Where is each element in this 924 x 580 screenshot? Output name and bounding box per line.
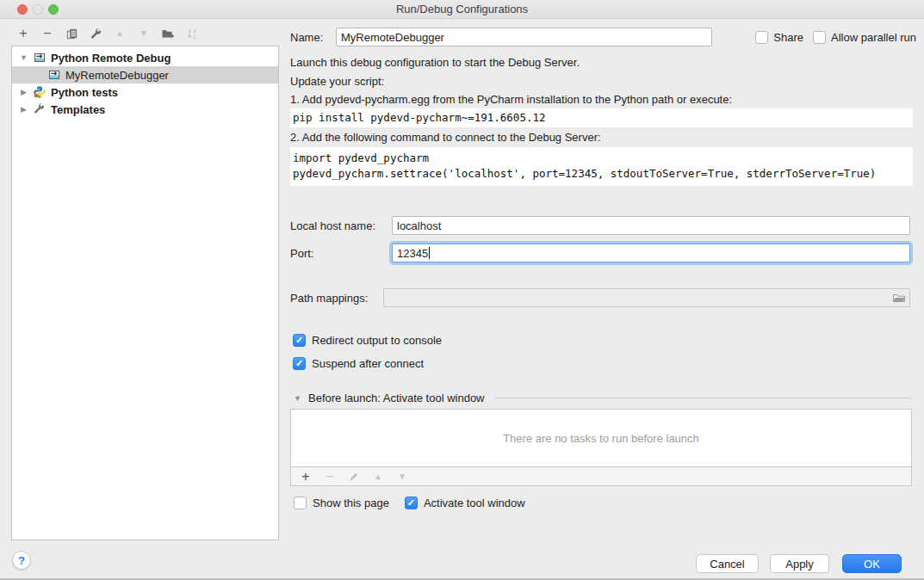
port-row: Port: 12345	[290, 244, 910, 262]
name-label: Name:	[290, 31, 336, 44]
path-mappings-row: Path mappings:	[290, 288, 910, 307]
name-input[interactable]	[336, 28, 712, 46]
pip-install-command: pip install pydevd-pycharm~=191.6605.12	[290, 108, 913, 127]
step-2-text: 2. Add the following command to connect …	[290, 131, 601, 145]
before-launch-title: Before launch: Activate tool window	[308, 392, 485, 404]
share-checkbox[interactable]	[755, 31, 768, 44]
add-task-icon[interactable]: +	[299, 470, 313, 484]
page-options-row: Show this page ✓ Activate tool window	[294, 497, 525, 509]
path-mappings-label: Path mappings:	[290, 292, 383, 305]
path-mappings-input[interactable]	[383, 288, 910, 307]
move-task-down-icon[interactable]: ▼	[395, 470, 409, 484]
allow-parallel-run-label: Allow parallel run	[831, 31, 916, 44]
edit-task-icon[interactable]	[347, 470, 361, 484]
share-label: Share	[773, 31, 803, 44]
tree-item-myremotedebugger[interactable]: MyRemoteDebugger	[12, 66, 278, 83]
suspend-after-connect-checkbox-row[interactable]: ✓ Suspend after connect	[293, 357, 424, 370]
zoom-window-button[interactable]	[48, 4, 59, 15]
add-configuration-icon[interactable]: +	[16, 27, 30, 40]
suspend-after-connect-label: Suspend after connect	[312, 357, 424, 370]
tree-item-python-tests[interactable]: ▶ Python tests	[12, 83, 278, 101]
code-line: pydevd_pycharm.settrace('localhost', por…	[293, 166, 913, 182]
collapse-icon[interactable]: ▶	[19, 88, 28, 96]
remove-configuration-icon[interactable]: −	[40, 27, 54, 40]
before-launch-section-header: ▼ Before launch: Activate tool window	[293, 392, 911, 404]
show-this-page-label: Show this page	[313, 497, 389, 509]
remote-debug-icon	[33, 51, 47, 65]
apply-button[interactable]: Apply	[770, 554, 829, 573]
settrace-code-block: import pydevd_pycharm pydevd_pycharm.set…	[290, 147, 913, 186]
section-divider	[495, 398, 911, 398]
new-folder-icon[interactable]	[161, 27, 175, 40]
local-host-label: Local host name:	[290, 219, 392, 232]
title-bar: Run/Debug Configurations	[0, 0, 924, 19]
browse-folder-icon[interactable]	[892, 291, 906, 305]
remote-debug-icon	[47, 68, 61, 82]
redirect-output-checkbox-row[interactable]: ✓ Redirect output to console	[293, 334, 442, 347]
configurations-toolbar: + − ▲ ▼ a z	[16, 26, 199, 41]
description-line-1: Launch this debug configuration to start…	[290, 56, 580, 70]
move-down-icon[interactable]: ▼	[137, 27, 151, 40]
configurations-tree: ▼ Python Remote Debug MyRemoteDebugger	[11, 46, 279, 540]
local-host-input[interactable]	[392, 216, 910, 235]
activate-tool-window-checkbox[interactable]: ✓	[405, 497, 418, 509]
wrench-icon	[33, 102, 47, 116]
code-line: import pydevd_pycharm	[293, 151, 913, 166]
copy-configuration-icon[interactable]	[65, 27, 78, 40]
text-cursor	[429, 247, 430, 259]
tree-item-label: MyRemoteDebugger	[65, 69, 169, 82]
svg-text:z: z	[193, 34, 195, 40]
tree-item-label: Templates	[51, 103, 105, 116]
local-host-row: Local host name:	[290, 216, 910, 235]
sort-configurations-icon[interactable]: a z	[185, 27, 199, 40]
step-1-text: 1. Add pydevd-pycharm.egg from the PyCha…	[290, 93, 732, 107]
no-tasks-text: There are no tasks to run before launch	[503, 432, 699, 445]
description-line-2: Update your script:	[290, 75, 384, 89]
ok-button[interactable]: OK	[842, 554, 902, 573]
before-launch-toolbar: + − ▲ ▼	[290, 466, 912, 486]
window-title: Run/Debug Configurations	[396, 3, 528, 15]
redirect-output-checkbox[interactable]: ✓	[293, 334, 306, 347]
activate-tool-window-label: Activate tool window	[424, 497, 525, 509]
tree-item-label: Python tests	[51, 86, 118, 99]
before-launch-task-list: There are no tasks to run before launch	[290, 409, 912, 467]
allow-parallel-run-checkbox[interactable]	[813, 31, 826, 44]
edit-templates-icon[interactable]	[89, 27, 102, 40]
close-window-button[interactable]	[17, 4, 28, 15]
help-button[interactable]: ?	[12, 551, 31, 570]
tree-item-label: Python Remote Debug	[51, 52, 171, 65]
move-up-icon[interactable]: ▲	[113, 27, 127, 40]
port-label: Port:	[290, 247, 392, 260]
window-controls	[17, 4, 59, 15]
expand-icon[interactable]: ▼	[19, 53, 28, 62]
cancel-button[interactable]: Cancel	[696, 554, 759, 573]
show-this-page-checkbox[interactable]	[294, 497, 307, 509]
run-debug-configurations-dialog: Run/Debug Configurations + − ▲ ▼	[0, 0, 924, 580]
python-tests-icon	[33, 85, 47, 99]
suspend-after-connect-checkbox[interactable]: ✓	[293, 357, 306, 370]
tree-item-python-remote-debug[interactable]: ▼ Python Remote Debug	[12, 49, 278, 66]
move-task-up-icon[interactable]: ▲	[371, 470, 385, 484]
port-value: 12345	[397, 247, 428, 260]
tree-item-templates[interactable]: ▶ Templates	[12, 101, 278, 118]
name-row: Name: Share Allow parallel run	[290, 28, 916, 46]
share-checkbox-row[interactable]: Share	[755, 31, 803, 44]
remove-task-icon[interactable]: −	[323, 470, 337, 484]
port-input[interactable]: 12345	[392, 244, 910, 262]
minimize-window-button[interactable]	[33, 4, 43, 15]
redirect-output-label: Redirect output to console	[312, 334, 442, 347]
collapse-icon[interactable]: ▶	[19, 105, 28, 114]
collapse-section-icon[interactable]: ▼	[293, 394, 302, 403]
allow-parallel-run-checkbox-row[interactable]: Allow parallel run	[813, 31, 916, 44]
